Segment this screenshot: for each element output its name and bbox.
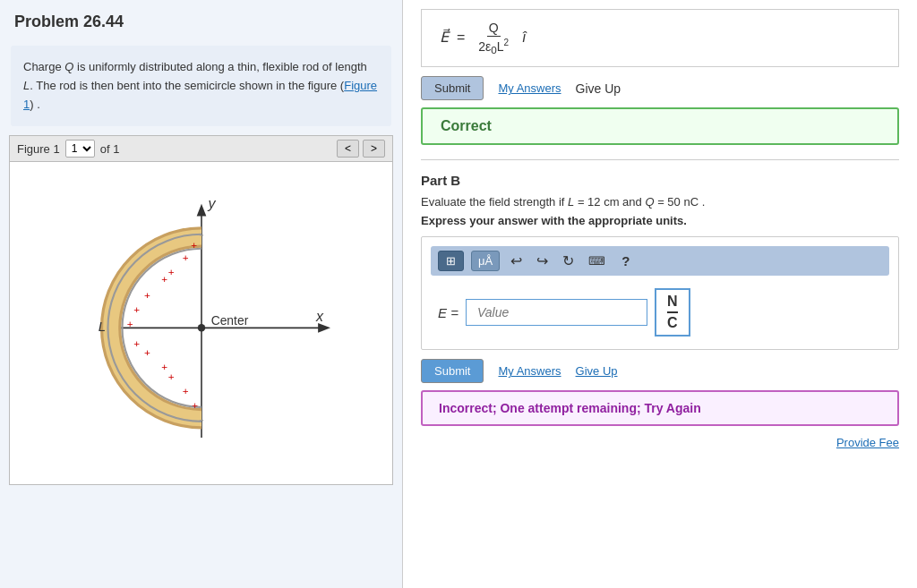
plus5: + [167, 371, 174, 382]
help-button[interactable]: ? [616, 251, 635, 270]
figure-nav: < > [337, 140, 385, 158]
figure-svg: y x + + + + + + + + + + [58, 180, 345, 466]
figure-of-label: of 1 [100, 142, 120, 156]
figure-select[interactable]: 1 [65, 140, 95, 158]
plus4: + [144, 347, 150, 359]
math-entry-row: E = N C [431, 285, 889, 340]
svg-marker-2 [196, 204, 206, 217]
problem-text: Charge Q is uniformly distributed along … [11, 46, 391, 126]
math-toolbar: ⊞ μÅ ↩ ↪ ↻ ⌨ ? [431, 246, 889, 276]
x-axis-label: x [314, 309, 323, 324]
keyboard-button[interactable]: ⌨ [585, 252, 609, 269]
figure-next-button[interactable]: > [363, 140, 385, 158]
partB-label: Part B [421, 173, 899, 188]
partA-submit-button[interactable]: Submit [421, 76, 484, 100]
plus13: + [191, 239, 197, 251]
figure-link[interactable]: Figure 1 [23, 79, 377, 111]
grid-icon-button[interactable]: ⊞ [438, 251, 464, 271]
unit-box: N C [655, 288, 690, 337]
eq-label: E = [438, 305, 458, 320]
left-panel: Problem 26.44 Charge Q is uniformly dist… [0, 0, 403, 588]
unit-denominator: C [667, 315, 678, 331]
incorrect-box: Incorrect; One attempt remaining; Try Ag… [421, 390, 899, 426]
redo-button[interactable]: ↪ [533, 251, 552, 271]
plus3: + [126, 319, 133, 330]
mu-angstrom-button[interactable]: μÅ [471, 251, 500, 271]
plus10: + [161, 362, 167, 373]
correct-label: Correct [441, 118, 492, 133]
partB-my-answers-button[interactable]: My Answers [498, 364, 561, 378]
plus6: + [182, 251, 188, 263]
plus9: + [133, 337, 140, 349]
incorrect-label: Incorrect; One attempt remaining; Try Ag… [439, 401, 701, 415]
partB-give-up-button[interactable]: Give Up [576, 364, 618, 378]
formula-denominator: 2ε0L2 [476, 37, 510, 55]
provide-feedback-link[interactable]: Provide Fee [836, 436, 899, 449]
center-dot [197, 324, 205, 332]
partB-submit-button[interactable]: Submit [421, 359, 484, 383]
figure-prev-button[interactable]: < [337, 140, 359, 158]
formula-fraction: Q 2ε0L2 [476, 21, 510, 55]
right-panel: E⃗ = Q 2ε0L2 î Submit My Answers Give Up… [403, 0, 917, 588]
partA-give-up-label: Give Up [576, 81, 621, 96]
express-label: Express your answer with the appropriate… [421, 214, 899, 227]
partA-submit-row: Submit My Answers Give Up [421, 76, 899, 100]
formula-box: E⃗ = Q 2ε0L2 î [421, 9, 899, 67]
reload-button[interactable]: ↻ [559, 251, 578, 271]
plus1: + [167, 266, 174, 277]
partB-description: Evaluate the field strength if L = 12 cm… [421, 195, 899, 209]
problem-text-content: Charge Q is uniformly distributed along … [23, 60, 377, 111]
partA-my-answers-button[interactable]: My Answers [498, 81, 561, 95]
problem-title: Problem 26.44 [0, 0, 402, 38]
formula-numerator: Q [487, 21, 501, 37]
value-input[interactable] [466, 299, 647, 326]
plus7: + [161, 274, 167, 285]
figure-container: Figure 1 1 of 1 < > y x [9, 135, 393, 485]
correct-box: Correct [421, 107, 899, 145]
plus2: + [144, 290, 150, 302]
center-label: Center [210, 314, 248, 328]
L-label: L [98, 319, 105, 334]
math-input-area: ⊞ μÅ ↩ ↪ ↻ ⌨ ? E = N C [421, 236, 899, 350]
svg-marker-3 [318, 323, 330, 333]
figure-toolbar: Figure 1 1 of 1 < > [10, 136, 392, 162]
plus12: + [192, 399, 198, 411]
y-axis-label: y [207, 196, 216, 211]
unit-numerator: N [667, 294, 678, 313]
partB-submit-row: Submit My Answers Give Up [421, 359, 899, 383]
plus8: + [133, 304, 140, 316]
divider [421, 159, 899, 160]
undo-button[interactable]: ↩ [507, 251, 526, 271]
figure-canvas: y x + + + + + + + + + + [10, 162, 392, 484]
formula-display: E⃗ = Q 2ε0L2 î [440, 21, 526, 55]
plus11: + [182, 385, 188, 396]
figure-label: Figure 1 [17, 142, 60, 156]
provide-feedback-area: Provide Fee [421, 426, 899, 458]
